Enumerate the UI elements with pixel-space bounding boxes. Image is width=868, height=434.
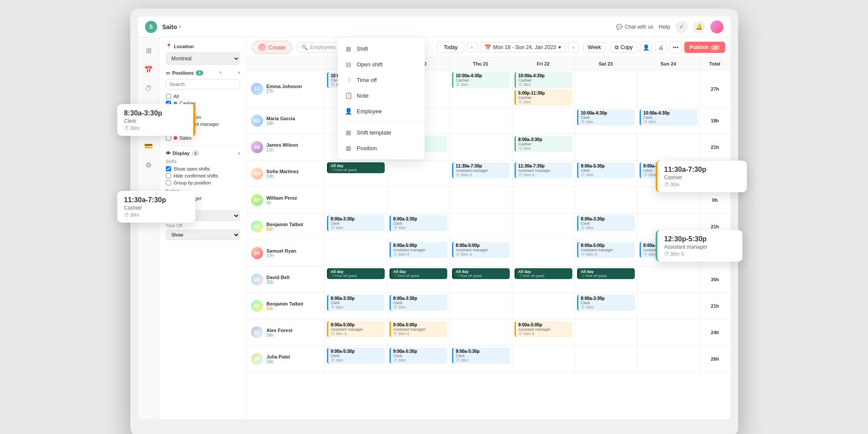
- user-avatar[interactable]: [710, 20, 723, 33]
- shift-card[interactable]: 8:00a-3:30p Clerk ⏱ 30m: [389, 295, 447, 311]
- positions-collapse[interactable]: ×: [219, 70, 222, 75]
- shift-cell-wed[interactable]: All day ☽ Time off (paid): [387, 266, 450, 293]
- shift-cell-sun[interactable]: [637, 70, 700, 107]
- shift-cell-fri[interactable]: 10:00a-4:30p Cashier ⏱ 30m 5:00p-11:30p …: [512, 70, 575, 107]
- shift-card-timeoff[interactable]: All day ☽ Time off (paid): [452, 268, 510, 279]
- shift-cell-thu[interactable]: 10:00a-4:30p Cashier ⏱ 30m: [450, 70, 512, 107]
- nav-billing[interactable]: 💳: [141, 138, 156, 154]
- shift-cell-wed[interactable]: 9:00a-5:30p Clerk ⏱ 30m: [387, 346, 450, 372]
- shift-card[interactable]: 5:00p-11:30p Cashier ⏱ 30m: [515, 89, 572, 105]
- shift-cell-thu[interactable]: [450, 319, 512, 345]
- shift-cell-tue[interactable]: All day ☽ Time off (paid): [325, 161, 387, 187]
- shift-cell-tue[interactable]: 9:00a-5:30p Clerk ⏱ 30m: [325, 346, 387, 372]
- shift-cell-sat[interactable]: [575, 319, 637, 345]
- shift-cell-tue[interactable]: 8:00a-3:30p Clerk ⏱ 30m: [325, 214, 387, 240]
- shift-cell-fri[interactable]: [512, 293, 575, 319]
- users-icon-btn[interactable]: 👤: [640, 41, 652, 53]
- dropdown-shift[interactable]: ▦ Shift: [338, 41, 425, 56]
- shift-cell-fri[interactable]: [512, 346, 575, 372]
- shift-cell-wed[interactable]: [387, 187, 450, 213]
- dropdown-employee[interactable]: 👤 Employee: [338, 103, 425, 119]
- shift-cell-thu[interactable]: 9:00a-5:30p Clerk ⏱ 30m: [450, 346, 512, 372]
- shift-card[interactable]: 9:00a-5:00p Assistant manager ⏱ 30m S: [327, 321, 385, 337]
- dropdown-open-shift[interactable]: ▤ Open shift: [338, 56, 425, 72]
- nav-settings[interactable]: ⚙: [141, 157, 156, 173]
- hide-confirmed-shifts[interactable]: Hide confirmed shifts: [166, 172, 240, 179]
- shift-card[interactable]: 9:00a-5:00p Assistant manager ⏱ 30m S: [389, 321, 447, 337]
- shift-cell-wed[interactable]: [387, 161, 450, 187]
- shift-cell-tue[interactable]: 9:00a-5:00p Assistant manager ⏱ 30m S: [325, 319, 387, 345]
- hide-confirmed-checkbox[interactable]: [166, 173, 171, 178]
- chat-button[interactable]: 💬 Chat with us: [616, 24, 653, 30]
- shift-cell-tue[interactable]: 8:00a-3:30p Clerk ⏱ 30m: [325, 293, 387, 319]
- shift-card[interactable]: 11:30a-7:30p Assistant manager ⏱ 30m S: [452, 162, 510, 178]
- timeoff-filter-select[interactable]: Show: [166, 230, 240, 240]
- help-link[interactable]: Help: [659, 23, 670, 30]
- shift-cell-thu[interactable]: [450, 187, 512, 213]
- shift-cell-sat[interactable]: 10:00a-4:30p Clerk ⏱ 30m: [575, 108, 637, 134]
- shift-card-timeoff[interactable]: All day ☽ Time off (paid): [515, 268, 572, 279]
- shift-cell-fri[interactable]: [512, 108, 575, 134]
- shift-card-timeoff[interactable]: All day ☽ Time off (paid): [389, 268, 447, 279]
- shift-card[interactable]: 8:00a-5:00p Assistant manager ⏱ 30m S: [452, 242, 510, 258]
- shift-cell-fri[interactable]: 9:00a-5:00p Assistant manager ⏱ 30m S: [512, 319, 575, 345]
- today-button[interactable]: Today: [437, 42, 464, 53]
- shift-card[interactable]: 11:30a-7:30p Assistant manager ⏱ 30m S: [515, 162, 572, 178]
- shift-cell-tue[interactable]: [325, 187, 387, 213]
- shift-card[interactable]: 9:00a-5:00p Assistant manager ⏱ 30m S: [515, 321, 572, 337]
- shift-cell-fri[interactable]: [512, 187, 575, 213]
- shift-cell-tue[interactable]: All day ☽ Time off (paid): [325, 266, 387, 293]
- shift-cell-fri[interactable]: [512, 240, 575, 266]
- shift-cell-thu[interactable]: 8:00a-5:00p Assistant manager ⏱ 30m S: [450, 240, 512, 266]
- shift-card-timeoff[interactable]: All day ☽ Time off (paid): [327, 268, 385, 279]
- shift-cell-fri[interactable]: [512, 214, 575, 240]
- shift-cell-thu[interactable]: [450, 214, 512, 240]
- shift-cell-thu[interactable]: [450, 134, 512, 160]
- shift-card-timeoff[interactable]: All day ☽ Time off (paid): [327, 162, 385, 173]
- shift-cell-sun[interactable]: 10:00a-4:30p Clerk ⏱ 30m: [637, 108, 700, 134]
- app-brand[interactable]: Saito ▾: [162, 23, 181, 30]
- week-selector[interactable]: Week: [583, 42, 606, 53]
- shift-cell-sat[interactable]: 8:00a-3:30p Clerk ⏱ 30m: [575, 214, 637, 240]
- shift-cell-fri[interactable]: All day ☽ Time off (paid): [512, 266, 575, 293]
- dropdown-position[interactable]: ▦ Position: [338, 140, 425, 156]
- shift-card[interactable]: 8:00a-3:30p Cashier ⏱ 30m: [515, 136, 572, 152]
- shift-card[interactable]: 8:00a-3:30p Clerk ⏱ 30m: [327, 295, 385, 311]
- position-sales-checkbox[interactable]: [166, 135, 171, 141]
- shift-cell-wed[interactable]: 8:00a-5:00p Assistant manager ⏱ 30m S: [387, 240, 450, 266]
- shift-card[interactable]: 8:00a-3:30p Clerk ⏱ 30m: [577, 295, 635, 311]
- shift-card[interactable]: 8:00a-3:30p Clerk ⏱ 30m: [389, 215, 447, 231]
- shift-card[interactable]: 8:00a-3:30p Clerk ⏱ 30m: [327, 215, 385, 231]
- shift-card[interactable]: 8:00a-3:30p Clerk ⏱ 30m: [577, 215, 635, 231]
- dropdown-shift-template[interactable]: ▦ Shift template: [338, 125, 425, 140]
- shift-cell-fri[interactable]: 11:30a-7:30p Assistant manager ⏱ 30m S: [512, 161, 575, 187]
- positions-expand[interactable]: ▾: [238, 70, 240, 75]
- create-button[interactable]: Create: [252, 41, 292, 54]
- position-all-checkbox[interactable]: [166, 94, 171, 99]
- employees-search[interactable]: 🔍 Employees: [297, 42, 340, 53]
- prev-week-button[interactable]: ‹: [467, 42, 477, 53]
- show-open-shifts[interactable]: Show open shifts: [166, 165, 240, 172]
- bell-icon-btn[interactable]: 🔔: [693, 21, 705, 33]
- shift-cell-thu[interactable]: All day ☽ Time off (paid): [450, 266, 512, 293]
- shift-cell-wed[interactable]: 9:00a-5:00p Assistant manager ⏱ 30m S: [387, 319, 450, 345]
- group-by-position-checkbox[interactable]: [166, 180, 171, 185]
- shift-cell-wed[interactable]: 8:00a-3:30p Clerk ⏱ 30m: [387, 214, 450, 240]
- shift-card[interactable]: 9:00a-5:30p Clerk ⏱ 30m: [327, 348, 385, 364]
- check-icon-btn[interactable]: ✓: [676, 21, 688, 33]
- location-select[interactable]: Montreal: [166, 53, 240, 65]
- shift-card[interactable]: 10:00a-4:30p Clerk ⏱ 30m: [640, 109, 697, 125]
- positions-search[interactable]: [166, 79, 240, 89]
- shift-card[interactable]: 10:00a-4:30p Clerk ⏱ 30m: [577, 109, 635, 125]
- shift-cell-sat[interactable]: [575, 346, 637, 372]
- next-week-button[interactable]: ›: [568, 42, 579, 53]
- shift-card[interactable]: 10:00a-4:30p Cashier ⏱ 30m: [515, 72, 572, 88]
- shift-card[interactable]: 10:00a-4:30p Cashier ⏱ 30m: [452, 72, 510, 88]
- shift-cell-sat[interactable]: [575, 187, 637, 213]
- shift-cell-sat[interactable]: All day ☽ Time off (paid): [575, 266, 637, 293]
- shift-card-timeoff[interactable]: All day ☽ Time off (paid): [577, 268, 635, 279]
- shift-cell-sat[interactable]: 8:00a-5:00p Assistant manager ⏱ 30m S: [575, 240, 637, 266]
- position-all[interactable]: All: [166, 93, 240, 100]
- shift-cell-sun[interactable]: [637, 293, 700, 319]
- shift-cell-sun[interactable]: [637, 319, 700, 345]
